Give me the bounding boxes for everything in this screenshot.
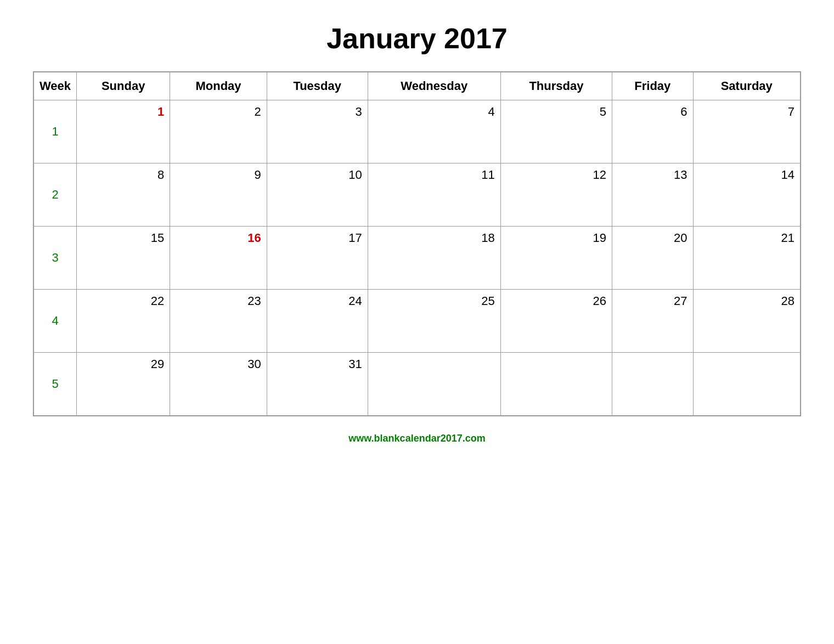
day-cell: 31	[267, 353, 368, 416]
day-cell: 2	[170, 100, 267, 163]
week-num-2: 2	[33, 163, 77, 227]
day-cell: 24	[267, 290, 368, 353]
col-friday: Friday	[612, 72, 693, 100]
day-cell: 26	[500, 290, 612, 353]
day-cell: 19	[500, 227, 612, 290]
day-cell	[500, 353, 612, 416]
week-row-4: 422232425262728	[33, 290, 801, 353]
day-cell: 20	[612, 227, 693, 290]
week-row-5: 5293031	[33, 353, 801, 416]
day-cell: 7	[693, 100, 801, 163]
col-monday: Monday	[170, 72, 267, 100]
day-cell: 15	[77, 227, 170, 290]
day-cell	[693, 353, 801, 416]
col-wednesday: Wednesday	[368, 72, 500, 100]
day-cell: 28	[693, 290, 801, 353]
day-cell: 16	[170, 227, 267, 290]
calendar-table: Week Sunday Monday Tuesday Wednesday Thu…	[33, 71, 801, 416]
day-cell: 9	[170, 163, 267, 227]
page-title: January 2017	[326, 22, 508, 55]
day-cell	[368, 353, 500, 416]
col-tuesday: Tuesday	[267, 72, 368, 100]
col-week: Week	[33, 72, 77, 100]
header-row: Week Sunday Monday Tuesday Wednesday Thu…	[33, 72, 801, 100]
day-cell: 11	[368, 163, 500, 227]
day-cell: 22	[77, 290, 170, 353]
week-row-1: 11234567	[33, 100, 801, 163]
footer-url: www.blankcalendar2017.com	[348, 433, 485, 444]
day-cell: 10	[267, 163, 368, 227]
day-cell: 6	[612, 100, 693, 163]
day-cell: 25	[368, 290, 500, 353]
day-cell: 18	[368, 227, 500, 290]
day-cell: 21	[693, 227, 801, 290]
day-cell: 5	[500, 100, 612, 163]
day-cell: 4	[368, 100, 500, 163]
day-cell: 23	[170, 290, 267, 353]
day-cell: 27	[612, 290, 693, 353]
day-cell: 30	[170, 353, 267, 416]
col-thursday: Thursday	[500, 72, 612, 100]
day-cell: 3	[267, 100, 368, 163]
week-num-4: 4	[33, 290, 77, 353]
day-cell: 8	[77, 163, 170, 227]
col-saturday: Saturday	[693, 72, 801, 100]
day-cell: 12	[500, 163, 612, 227]
footer: www.blankcalendar2017.com	[348, 433, 485, 444]
week-row-3: 315161718192021	[33, 227, 801, 290]
day-cell: 13	[612, 163, 693, 227]
col-sunday: Sunday	[77, 72, 170, 100]
day-cell: 29	[77, 353, 170, 416]
day-cell	[612, 353, 693, 416]
day-cell: 1	[77, 100, 170, 163]
week-num-5: 5	[33, 353, 77, 416]
week-num-1: 1	[33, 100, 77, 163]
day-cell: 17	[267, 227, 368, 290]
week-num-3: 3	[33, 227, 77, 290]
day-cell: 14	[693, 163, 801, 227]
week-row-2: 2891011121314	[33, 163, 801, 227]
